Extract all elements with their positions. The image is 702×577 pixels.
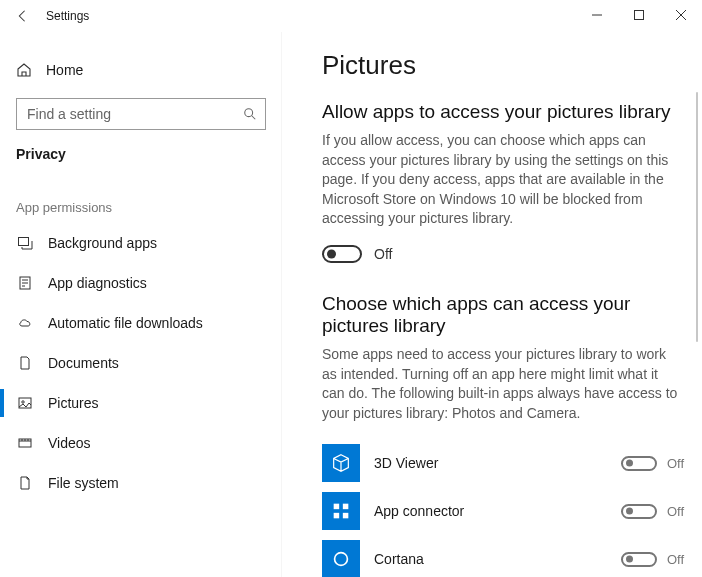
allow-access-toggle[interactable]	[322, 245, 362, 263]
sidebar-item-label: Background apps	[48, 235, 157, 251]
sidebar-item-background-apps[interactable]: Background apps	[0, 223, 282, 263]
sidebar-item-label: Automatic file downloads	[48, 315, 203, 331]
sidebar-section-label: App permissions	[0, 170, 282, 223]
search-input-wrap[interactable]	[16, 98, 266, 130]
close-button[interactable]	[660, 0, 702, 30]
grid-icon	[330, 500, 352, 522]
sidebar-item-app-diagnostics[interactable]: App diagnostics	[0, 263, 282, 303]
maximize-button[interactable]	[618, 0, 660, 30]
cloud-icon	[17, 315, 33, 331]
app-icon-cortana	[322, 540, 360, 577]
search-input[interactable]	[25, 105, 243, 123]
circle-icon	[330, 548, 352, 570]
app-row-cortana: Cortana Off	[322, 535, 684, 577]
app-toggle-cortana[interactable]	[621, 552, 657, 567]
sidebar-item-label: File system	[48, 475, 119, 491]
sidebar-item-file-system[interactable]: File system	[0, 463, 282, 503]
sidebar-item-label: Documents	[48, 355, 119, 371]
app-toggle-app-connector[interactable]	[621, 504, 657, 519]
allow-access-toggle-state: Off	[374, 246, 392, 262]
category-label: Privacy	[0, 130, 282, 170]
diagnostics-icon	[17, 275, 33, 291]
page-title: Pictures	[322, 50, 684, 81]
choose-apps-description: Some apps need to access your pictures l…	[322, 345, 684, 423]
arrow-left-icon	[15, 9, 29, 23]
file-icon	[17, 475, 33, 491]
search-icon	[243, 107, 257, 121]
home-button[interactable]: Home	[0, 50, 282, 90]
sidebar-item-videos[interactable]: Videos	[0, 423, 282, 463]
sidebar-item-label: App diagnostics	[48, 275, 147, 291]
sidebar-item-documents[interactable]: Documents	[0, 343, 282, 383]
app-toggle-state: Off	[667, 504, 684, 519]
close-icon	[676, 10, 686, 20]
svg-point-12	[22, 401, 24, 403]
window-title: Settings	[46, 9, 89, 23]
document-icon	[17, 355, 33, 371]
svg-rect-21	[343, 513, 349, 519]
allow-access-description: If you allow access, you can choose whic…	[322, 131, 684, 229]
home-icon	[16, 62, 32, 78]
home-label: Home	[46, 62, 83, 78]
svg-rect-18	[334, 504, 340, 510]
app-row-3d-viewer: 3D Viewer Off	[322, 439, 684, 487]
sidebar-item-label: Videos	[48, 435, 91, 451]
allow-access-heading: Allow apps to access your pictures libra…	[322, 101, 684, 123]
app-icon-app-connector	[322, 492, 360, 530]
titlebar: Settings	[0, 0, 702, 32]
svg-rect-6	[19, 238, 29, 246]
choose-apps-heading: Choose which apps can access your pictur…	[322, 293, 684, 337]
app-toggle-state: Off	[667, 552, 684, 567]
content-area: Pictures Allow apps to access your pictu…	[282, 32, 702, 577]
sidebar-item-pictures[interactable]: Pictures	[0, 383, 282, 423]
svg-rect-1	[635, 11, 644, 20]
sidebar-item-label: Pictures	[48, 395, 99, 411]
scrollbar[interactable]	[696, 92, 698, 342]
svg-rect-20	[334, 513, 340, 519]
svg-point-22	[335, 553, 348, 566]
minimize-icon	[592, 10, 602, 20]
sidebar-item-auto-file-downloads[interactable]: Automatic file downloads	[0, 303, 282, 343]
app-name-label: Cortana	[374, 551, 588, 567]
sidebar: Home Privacy App permissions Background …	[0, 32, 282, 577]
background-apps-icon	[17, 235, 33, 251]
app-toggle-3d-viewer[interactable]	[621, 456, 657, 471]
app-row-app-connector: App connector Off	[322, 487, 684, 535]
maximize-icon	[634, 10, 644, 20]
app-icon-3d-viewer	[322, 444, 360, 482]
back-button[interactable]	[8, 2, 36, 30]
app-toggle-state: Off	[667, 456, 684, 471]
minimize-button[interactable]	[576, 0, 618, 30]
app-name-label: App connector	[374, 503, 588, 519]
pictures-icon	[17, 395, 33, 411]
videos-icon	[17, 435, 33, 451]
app-name-label: 3D Viewer	[374, 455, 588, 471]
svg-point-4	[245, 109, 253, 117]
cube-icon	[330, 452, 352, 474]
svg-line-5	[252, 116, 256, 120]
svg-rect-19	[343, 504, 349, 510]
